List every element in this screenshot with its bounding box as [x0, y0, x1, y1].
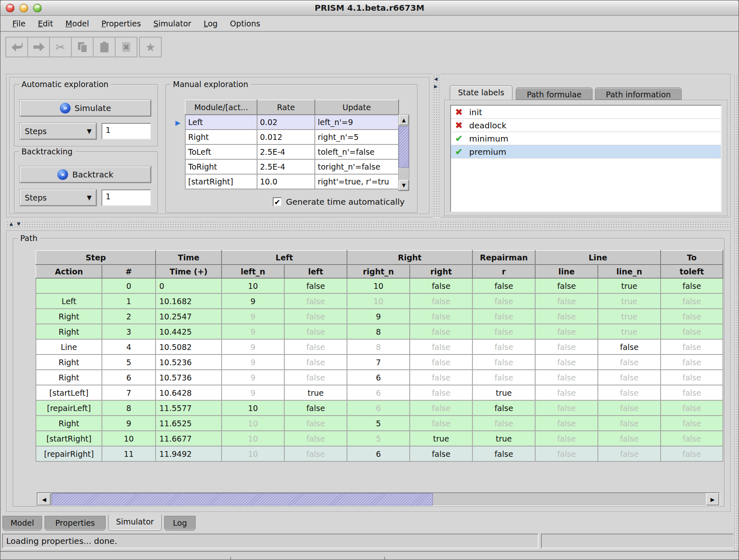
copy-icon[interactable] — [71, 37, 94, 57]
path-table-cell: false — [535, 354, 598, 370]
collapse-left-icon[interactable]: ◀ — [434, 76, 437, 82]
path-horizontal-scrollbar[interactable]: ◀ ▶ — [37, 492, 720, 506]
backtrack-button[interactable]: « Backtrack — [20, 166, 151, 183]
tab-state-labels[interactable]: State labels — [450, 85, 512, 100]
path-table-cell: false — [410, 354, 472, 370]
path-col-header: Time (+) — [156, 265, 222, 278]
path-table-cell: 10 — [102, 431, 156, 446]
path-col-header: left_n — [222, 265, 284, 278]
path-table-row[interactable]: Right911.652510false5falsefalsefalsefals… — [36, 416, 723, 431]
manual-exploration-table: Module/[act...RateUpdate Left0.02left_n'… — [185, 99, 399, 189]
auto-steps-combo[interactable]: Steps ▼ — [20, 123, 97, 139]
backtracking-title: Backtracking — [19, 147, 75, 156]
redo-arrow-icon[interactable] — [27, 37, 50, 57]
manual-table-row[interactable]: Left0.02left_n'=9 — [185, 115, 399, 130]
cut-icon[interactable]: ✂ — [49, 37, 72, 57]
window-resize-edge[interactable] — [733, 74, 739, 551]
state-label-item-minimum[interactable]: ✔minimum — [451, 132, 721, 145]
menu-edit[interactable]: Edit — [32, 17, 59, 30]
path-table-row[interactable]: Right510.52369false7falsefalsefalsefalse… — [36, 354, 723, 370]
delete-icon[interactable] — [115, 37, 137, 57]
undo-arrow-icon[interactable] — [5, 37, 28, 57]
backtrack-steps-input[interactable]: 1 — [102, 189, 151, 206]
path-table-cell: 5 — [102, 354, 156, 370]
path-table-row[interactable]: Left110.16829false10falsefalsefalsetruef… — [36, 293, 723, 309]
path-table-row[interactable]: [startRight]1011.667710false5truetruefal… — [36, 431, 723, 446]
path-table-cell: Right — [36, 324, 102, 339]
star-icon[interactable]: ★ — [139, 37, 162, 57]
path-table-cell: false — [535, 278, 598, 293]
tab-path-formulae[interactable]: Path formulae — [516, 87, 593, 100]
path-table-cell: 10 — [222, 431, 284, 446]
path-table-cell: false — [661, 400, 723, 416]
backtrack-steps-combo[interactable]: Steps ▼ — [20, 189, 97, 206]
status-text: Loading properties... done. — [6, 536, 117, 546]
path-table-cell: false — [284, 446, 347, 461]
path-table-row[interactable]: Right310.44259false8falsefalsefalsetruef… — [36, 324, 723, 339]
path-table-cell: false — [472, 446, 535, 461]
path-table-cell: false — [284, 416, 347, 431]
path-table-row[interactable]: [repairRight]1111.949210false6falsefalse… — [36, 446, 723, 461]
manual-table-row[interactable]: ToRight2.5E-4toright_n'=false — [185, 159, 399, 174]
path-table-cell: false — [472, 370, 535, 385]
scroll-down-icon[interactable]: ▼ — [399, 180, 409, 191]
scroll-right-icon[interactable]: ▶ — [706, 493, 719, 506]
menu-log[interactable]: Log — [197, 17, 224, 30]
path-table-cell: false — [284, 324, 347, 339]
collapse-down-icon[interactable]: ▼ — [17, 221, 20, 227]
check-icon: ✔ — [453, 133, 464, 144]
path-table-row[interactable]: Right610.57369false6falsefalsefalsefalse… — [36, 370, 723, 385]
menu-properties[interactable]: Properties — [95, 17, 147, 30]
path-table-row[interactable]: 0010false10falsefalsefalsetruefalse — [36, 278, 723, 293]
tab-model[interactable]: Model — [2, 516, 42, 531]
tab-properties[interactable]: Properties — [45, 516, 106, 531]
path-table-cell: false — [661, 446, 723, 461]
menu-options[interactable]: Options — [224, 17, 266, 30]
state-label-item-init[interactable]: ✖init — [451, 106, 721, 119]
scroll-up-icon[interactable]: ▲ — [399, 115, 409, 125]
path-table-cell: false — [535, 370, 598, 385]
path-table-row[interactable]: [repairLeft]811.557710false6falsefalsefa… — [36, 400, 723, 416]
manual-scrollbar-thumb[interactable] — [399, 126, 409, 168]
path-table-row[interactable]: Right210.25479false9falsefalsefalsetruef… — [36, 309, 723, 324]
horizontal-splitter[interactable]: ▲ ▼ — [6, 221, 731, 228]
collapse-up-icon[interactable]: ▲ — [9, 221, 13, 227]
scroll-left-icon[interactable]: ◀ — [38, 493, 51, 506]
path-table-cell: 10 — [222, 416, 284, 431]
menu-file[interactable]: File — [6, 17, 32, 30]
manual-table-row[interactable]: Right0.012right_n'=5 — [185, 130, 399, 144]
path-scrollbar-thumb[interactable] — [52, 493, 433, 506]
path-col-header: r — [472, 265, 535, 278]
path-table-row[interactable]: [startLeft]710.64289true6falsetruefalsef… — [36, 385, 723, 400]
path-table-row[interactable]: Line410.50829false8falsefalsefalsefalsef… — [36, 339, 723, 354]
path-table-cell: false — [472, 278, 535, 293]
tab-simulator[interactable]: Simulator — [108, 515, 162, 531]
collapse-right-icon[interactable]: ▶ — [434, 84, 437, 90]
manual-table-row[interactable]: ToLeft2.5E-4toleft_n'=false — [185, 144, 399, 159]
path-table-cell: [startLeft] — [36, 385, 102, 400]
simulate-button[interactable]: » Simulate — [20, 100, 151, 116]
manual-table-row[interactable]: [startRight]10.0right'=true, r'=tru — [185, 174, 399, 189]
toolbar: ✂ ★ — [0, 33, 739, 70]
path-table-header: StepTimeLeftRightRepairmanLineToAction#T… — [36, 250, 723, 278]
paste-icon[interactable] — [93, 37, 116, 57]
auto-steps-input[interactable]: 1 — [102, 123, 151, 139]
manual-table-cell: 0.02 — [257, 115, 315, 130]
chevron-down-icon: ▼ — [87, 194, 92, 201]
vertical-splitter[interactable]: ◀ ▶ — [433, 74, 440, 217]
manual-table-scrollbar[interactable]: ▲ ▼ — [398, 114, 409, 191]
tab-log[interactable]: Log — [164, 516, 196, 531]
path-title: Path — [18, 234, 40, 243]
tab-path-information[interactable]: Path information — [595, 87, 682, 100]
state-label-item-premium[interactable]: ✔premium — [451, 145, 721, 158]
path-table-cell: 9 — [222, 385, 284, 400]
menu-model[interactable]: Model — [59, 17, 95, 30]
state-label-text: premium — [469, 147, 506, 157]
menu-simulator[interactable]: Simulator — [147, 17, 198, 30]
path-table-cell: false — [472, 354, 535, 370]
path-table-cell: false — [661, 385, 723, 400]
state-label-item-deadlock[interactable]: ✖deadlock — [451, 119, 721, 132]
manual-table-cell: toright_n'=false — [315, 159, 399, 174]
path-table-cell: true — [598, 309, 661, 324]
generate-time-checkbox[interactable]: ✔ — [273, 197, 282, 206]
